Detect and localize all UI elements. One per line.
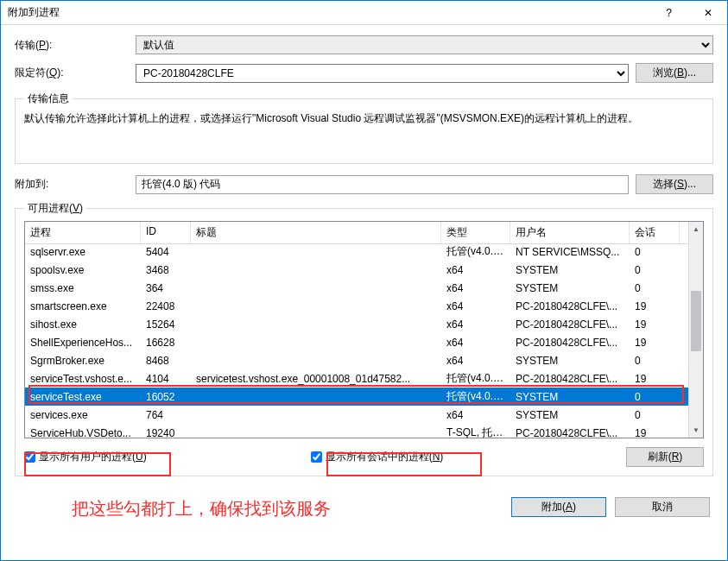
table-row[interactable]: smartscreen.exe22408x64PC-20180428CLFE\.… [25,297,688,315]
col-type[interactable]: 类型 [441,222,510,243]
show-all-users-input[interactable] [24,451,35,463]
col-process[interactable]: 进程 [25,222,141,243]
attach-to-label: 附加到: [15,177,136,192]
qualifier-select[interactable]: PC-20180428CLFE [136,64,629,83]
scroll-up-arrow-icon[interactable]: ▲ [689,222,703,236]
table-row[interactable]: services.exe764x64SYSTEM0 [25,406,688,424]
table-body: sqlservr.exe5404托管(v4.0.30...NT SERVICE\… [25,243,688,438]
table-row[interactable]: serviceTest.exe16052托管(v4.0.30...SYSTEM0 [25,388,688,406]
select-button[interactable]: 选择(S)... [636,174,713,194]
help-button[interactable]: ? [649,1,688,25]
transport-info-text: 默认传输允许选择此计算机上的进程，或选择运行"Microsoft Visual … [24,111,704,154]
close-button[interactable]: ✕ [688,1,727,25]
col-title[interactable]: 标题 [191,222,441,243]
show-all-sessions-checkbox[interactable]: 显示所有会话中的进程(N) [311,450,444,464]
table-header: 进程 ID 标题 类型 用户名 会话 [25,222,703,244]
table-row[interactable]: SgrmBroker.exe8468x64SYSTEM0 [25,351,688,369]
show-all-users-checkbox[interactable]: 显示所有用户的进程(U) [24,450,147,464]
browse-button[interactable]: 浏览(B)... [636,63,713,83]
titlebar: 附加到进程 ? ✕ [1,1,727,25]
show-all-sessions-input[interactable] [311,451,322,463]
process-table: 进程 ID 标题 类型 用户名 会话 sqlservr.exe5404托管(v4… [24,221,704,438]
available-processes-group: 可用进程(V) 进程 ID 标题 类型 用户名 会话 sqlservr.exe5… [15,201,713,476]
available-processes-legend: 可用进程(V) [24,201,86,216]
table-row[interactable]: serviceTest.vshost.e...4104servicetest.v… [25,369,688,388]
transport-select[interactable]: 默认值 [136,35,713,54]
transport-info-legend: 传输信息 [24,91,73,106]
scrollbar-thumb[interactable] [691,291,701,351]
transport-info-group: 传输信息 默认传输允许选择此计算机上的进程，或选择运行"Microsoft Vi… [15,91,713,164]
vertical-scrollbar[interactable]: ▲ ▼ [688,222,703,438]
transport-label: 传输(P): [15,38,136,53]
qualifier-label: 限定符(Q): [15,66,136,80]
dialog-title: 附加到进程 [8,5,649,20]
cancel-button[interactable]: 取消 [615,497,710,517]
checkbox-row: 显示所有用户的进程(U) 显示所有会话中的进程(N) 刷新(R) [24,447,704,467]
table-row[interactable]: spoolsv.exe3468x64SYSTEM0 [25,261,688,279]
table-row[interactable]: ShellExperienceHos...16628x64PC-20180428… [25,333,688,351]
table-row[interactable]: sqlservr.exe5404托管(v4.0.30...NT SERVICE\… [25,243,688,261]
annotation-text: 把这些勾都打上，确保找到该服务 [72,497,331,520]
refresh-button[interactable]: 刷新(R) [626,447,704,467]
table-row[interactable]: sihost.exe15264x64PC-20180428CLFE\...19 [25,315,688,333]
col-user[interactable]: 用户名 [510,222,630,243]
col-session[interactable]: 会话 [630,222,680,243]
attach-button[interactable]: 附加(A) [511,497,606,517]
dialog-content: 传输(P): 默认值 限定符(Q): PC-20180428CLFE 浏览(B)… [1,25,727,476]
attach-to-value: 托管(4.0 版) 代码 [136,175,629,194]
scroll-down-arrow-icon[interactable]: ▼ [689,423,703,438]
col-id[interactable]: ID [141,222,191,243]
table-row[interactable]: smss.exe364x64SYSTEM0 [25,279,688,297]
table-row[interactable]: ServiceHub.VSDeto...19240T-SQL, 托管(...PC… [25,424,688,438]
